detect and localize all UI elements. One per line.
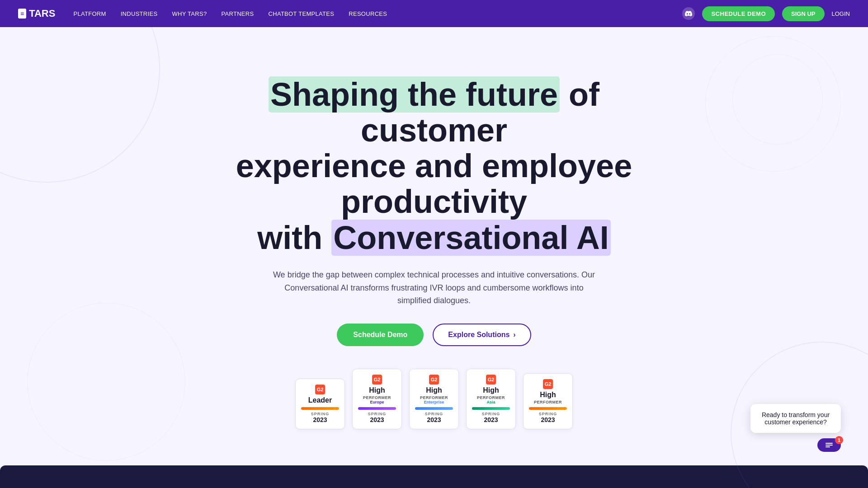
hero-schedule-demo-button[interactable]: Schedule Demo [337,324,424,346]
badge-3-sub: Performer [417,395,451,400]
badge-5-bar [529,407,567,410]
navbar: ≡ TARS PLATFORM INDUSTRIES WHY TARS? PAR… [0,0,868,27]
badge-4-season: SPRING [474,412,508,416]
g2-icon-2: G2 [372,375,382,385]
chat-notification-badge: 1 [835,436,843,444]
nav-sign-up-button[interactable]: SIGN UP [782,6,824,21]
bottom-banner [0,465,868,488]
badge-4-title: High [474,386,508,394]
badge-5-year: 2023 [531,416,565,423]
chat-open-button[interactable]: 1 [817,438,841,452]
decorative-circle-1 [705,36,841,172]
g2-logo-3: G2 [417,375,451,385]
chat-bubble: Ready to transform your customer experie… [750,404,841,433]
g2-logo-1: G2 [303,385,337,394]
badge-2-bar [358,407,396,410]
logo-text: TARS [29,8,55,19]
badge-5-season: SPRING [531,412,565,416]
g2-icon-4: G2 [486,375,496,385]
chevron-right-icon: › [513,331,515,339]
nav-partners[interactable]: PARTNERS [222,10,254,17]
badge-1-season: SPRING [303,412,337,416]
badge-5-title: High [531,391,565,399]
logo[interactable]: ≡ TARS [18,8,55,19]
hero-section: Shaping the future of customer experienc… [0,0,868,488]
nav-actions: SCHEDULE DEMO SIGN UP LOGIN [682,6,850,21]
nav-schedule-demo-button[interactable]: SCHEDULE DEMO [702,6,775,21]
explore-label: Explore Solutions [448,331,509,339]
badges-row: G2 Leader SPRING 2023 G2 High Performer … [212,369,656,429]
chat-bubble-text: Ready to transform your customer experie… [760,411,832,426]
chat-bar-1 [826,443,833,444]
badge-1-bar [301,407,339,410]
badge-high-performer-spring: G2 High Performer SPRING 2023 [523,373,573,429]
discord-icon[interactable] [682,7,695,20]
badge-3-title: High [417,386,451,394]
badge-2-year: 2023 [360,416,394,423]
nav-login-button[interactable]: LOGIN [832,10,850,17]
badge-high-performer-enterprise: G2 High Performer Enterprise SPRING 2023 [409,369,459,429]
badge-4-region: Asia [474,400,508,404]
badge-high-performer-asia: G2 High Performer Asia SPRING 2023 [466,369,516,429]
nav-platform[interactable]: PLATFORM [73,10,106,17]
decorative-circle-2 [732,54,823,145]
badge-3-bar [415,407,453,410]
hero-title: Shaping the future of customer experienc… [212,77,656,256]
badge-1-title: Leader [303,396,337,404]
badge-leader-2023: G2 Leader SPRING 2023 [295,379,345,429]
logo-icon: ≡ [18,9,26,19]
decorative-circle-3 [27,303,185,461]
badge-4-sub: Performer [474,395,508,400]
chat-bar-3 [826,446,830,447]
g2-logo-5: G2 [531,379,565,389]
badge-5-sub: Performer [531,400,565,404]
chat-lines-icon [826,443,833,447]
badge-2-region: Europe [360,400,394,404]
badge-1-year: 2023 [303,416,337,423]
chat-bar-2 [826,445,833,446]
hero-content: Shaping the future of customer experienc… [212,77,656,429]
badge-2-season: SPRING [360,412,394,416]
nav-why-tars[interactable]: WHY TARS? [172,10,207,17]
g2-icon-5: G2 [543,379,553,389]
badge-2-title: High [360,386,394,394]
chat-widget: Ready to transform your customer experie… [750,404,841,452]
hero-title-highlight1: Shaping the future [269,76,560,113]
badge-high-performer-europe: G2 High Performer Europe SPRING 2023 [352,369,402,429]
badge-4-year: 2023 [474,416,508,423]
hero-title-highlight2: Conversational AI [331,220,610,256]
g2-icon-1: G2 [315,385,325,394]
g2-logo-2: G2 [360,375,394,385]
hero-subtitle: We bridge the gap between complex techni… [271,268,597,307]
badge-2-sub: Performer [360,395,394,400]
hero-explore-button[interactable]: Explore Solutions › [433,324,531,346]
hero-buttons: Schedule Demo Explore Solutions › [212,324,656,346]
g2-icon-3: G2 [429,375,439,385]
nav-industries[interactable]: INDUSTRIES [121,10,158,17]
g2-logo-4: G2 [474,375,508,385]
badge-3-region: Enterprise [417,400,451,404]
nav-resources[interactable]: RESOURCES [349,10,387,17]
badge-3-year: 2023 [417,416,451,423]
badge-3-season: SPRING [417,412,451,416]
badge-4-bar [472,407,510,410]
nav-links: PLATFORM INDUSTRIES WHY TARS? PARTNERS C… [73,10,682,17]
nav-chatbot-templates[interactable]: CHATBOT TEMPLATES [269,10,335,17]
